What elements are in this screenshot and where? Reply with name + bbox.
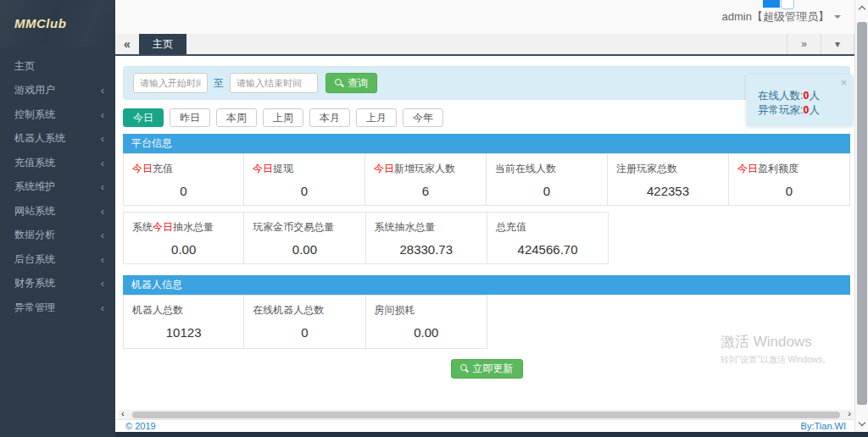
- author-text: By:Tian.WI: [801, 421, 846, 431]
- content: 至 查询 × 在线人数:0人 异常玩家:0人 今日 昨日 本周 上周 本月 上月…: [115, 66, 854, 420]
- stat-total-recharge: 总充值 424566.70: [487, 212, 609, 264]
- stat-player-coin-trades: 玩家金币交易总量 0.00: [244, 212, 365, 264]
- to-label: 至: [214, 76, 224, 91]
- user-name: admin【超级管理员】: [722, 9, 829, 25]
- sidebar: MMClub 主页 游戏用户‹ 控制系统‹ 机器人系统‹ 充值系统‹ 系统维护‹…: [0, 0, 115, 437]
- bottom-strip: [115, 432, 868, 437]
- sidebar-item-website-system[interactable]: 网站系统‹: [0, 199, 115, 224]
- chevron-left-icon: ‹: [101, 109, 104, 120]
- sidebar-item-finance-system[interactable]: 财务系统‹: [0, 272, 115, 296]
- stat-current-online: 当前在线人数 0: [487, 153, 608, 206]
- caret-down-icon: [834, 15, 841, 19]
- copyright-text: © 2019: [125, 421, 156, 431]
- chevron-left-icon: ‹: [101, 133, 104, 144]
- sidebar-item-exception-management[interactable]: 异常管理‹: [0, 296, 115, 320]
- tab-home[interactable]: 主页: [139, 34, 186, 54]
- filter-today[interactable]: 今日: [123, 108, 164, 127]
- footer: © 2019 By:Tian.WI: [115, 419, 854, 432]
- sidebar-item-home[interactable]: 主页: [0, 54, 115, 79]
- topbar: admin【超级管理员】: [115, 0, 854, 34]
- sidebar-item-backend-system[interactable]: 后台系统‹: [0, 247, 115, 272]
- sidebar-item-control-system[interactable]: 控制系统‹: [0, 102, 115, 127]
- date-filter-panel: 至 查询: [123, 66, 850, 100]
- tabs-collapse-button[interactable]: «: [115, 34, 139, 54]
- chevron-left-icon: ‹: [101, 85, 104, 96]
- filter-last-month[interactable]: 上月: [356, 108, 397, 127]
- double-right-arrow-icon: »: [801, 38, 807, 50]
- chevron-left-icon: ‹: [101, 254, 104, 265]
- chevron-left-icon: ‹: [101, 302, 104, 313]
- stat-today-profit: 今日盈利额度 0: [729, 153, 850, 206]
- start-time-input[interactable]: [133, 73, 208, 93]
- scroll-right-icon[interactable]: ›: [848, 409, 851, 418]
- horizontal-scrollbar[interactable]: ‹ ›: [119, 410, 854, 419]
- filter-last-week[interactable]: 上周: [263, 108, 303, 127]
- sidebar-item-system-maintenance[interactable]: 系统维护‹: [0, 175, 115, 200]
- platform-stats-row1: 今日充值 0 今日提现 0 今日新增玩家人数 6 当前在线人数 0: [123, 153, 850, 206]
- stat-room-consumption: 房间损耗 0.00: [366, 295, 487, 349]
- filter-yesterday[interactable]: 昨日: [170, 108, 210, 127]
- stat-today-withdraw: 今日提现 0: [244, 153, 365, 206]
- scroll-left-icon[interactable]: ‹: [121, 409, 125, 418]
- robot-panel-title: 机器人信息: [123, 275, 850, 295]
- platform-panel-title: 平台信息: [123, 134, 850, 153]
- horizontal-scrollbar-thumb[interactable]: [132, 412, 840, 418]
- stat-robot-online: 在线机器人总数 0: [244, 295, 365, 349]
- search-icon: [460, 364, 470, 373]
- main-area: admin【超级管理员】 « 主页 » ▾ 至 查询: [115, 0, 854, 432]
- logo-area: MMClub: [0, 0, 115, 47]
- end-time-input[interactable]: [230, 73, 318, 93]
- stat-today-new-players: 今日新增玩家人数 6: [365, 153, 487, 206]
- stat-registered-players: 注册玩家总数 422353: [608, 153, 729, 206]
- windows-activation-watermark: 激活 Windows 转到“设置”以激活 Windows。: [721, 332, 831, 366]
- close-icon[interactable]: ×: [840, 77, 847, 88]
- sidebar-item-data-analysis[interactable]: 数据分析‹: [0, 224, 115, 248]
- double-left-arrow-icon: «: [124, 37, 131, 51]
- filter-this-month[interactable]: 本月: [309, 108, 350, 127]
- tab-bar: « 主页 » ▾: [115, 34, 854, 56]
- chevron-left-icon: ‹: [101, 278, 104, 289]
- caret-down-icon: ▾: [835, 38, 840, 50]
- update-now-button[interactable]: 立即更新: [451, 359, 523, 379]
- stat-system-today-rake: 系统今日抽水总量 0.00: [123, 212, 244, 264]
- chevron-left-icon: ‹: [101, 181, 104, 192]
- stat-robot-total: 机器人总数 10123: [123, 295, 244, 349]
- vertical-scrollbar[interactable]: [854, 0, 868, 432]
- tabs-expand-button[interactable]: »: [787, 34, 821, 54]
- vertical-scrollbar-thumb[interactable]: [857, 22, 867, 405]
- stat-system-total-rake: 系统抽水总量 28330.73: [366, 212, 487, 264]
- filter-this-week[interactable]: 本周: [216, 108, 257, 127]
- user-menu[interactable]: admin【超级管理员】: [722, 0, 841, 34]
- chevron-left-icon: ‹: [101, 158, 104, 169]
- query-button[interactable]: 查询: [326, 73, 377, 93]
- chevron-left-icon: ‹: [101, 206, 104, 217]
- sidebar-item-recharge-system[interactable]: 充值系统‹: [0, 151, 115, 175]
- sidebar-item-robot-system[interactable]: 机器人系统‹: [0, 127, 115, 152]
- time-range-filters: 今日 昨日 本周 上周 本月 上月 今年: [123, 108, 850, 127]
- platform-stats-row2: 系统今日抽水总量 0.00 玩家金币交易总量 0.00 系统抽水总量 28330…: [123, 212, 850, 264]
- scroll-up-icon[interactable]: [858, 6, 865, 13]
- sidebar-menu: 主页 游戏用户‹ 控制系统‹ 机器人系统‹ 充值系统‹ 系统维护‹ 网站系统‹ …: [0, 47, 115, 320]
- app-window: MMClub 主页 游戏用户‹ 控制系统‹ 机器人系统‹ 充值系统‹ 系统维护‹…: [0, 0, 868, 437]
- tabs-menu-button[interactable]: ▾: [821, 34, 854, 54]
- tab-controls: » ▾: [787, 34, 854, 54]
- platform-panel: 平台信息 今日充值 0 今日提现 0 今日新增玩家人数 6: [123, 134, 850, 264]
- online-notice-popup: × 在线人数:0人 异常玩家:0人: [746, 75, 854, 126]
- scroll-down-icon[interactable]: [858, 419, 865, 426]
- search-icon: [335, 79, 344, 88]
- stat-today-recharge: 今日充值 0: [123, 153, 244, 206]
- sidebar-item-game-users[interactable]: 游戏用户‹: [0, 79, 115, 103]
- online-count-line: 在线人数:0人: [758, 89, 854, 103]
- abnormal-players-line: 异常玩家:0人: [758, 103, 854, 118]
- chevron-left-icon: ‹: [101, 230, 104, 241]
- app-logo: MMClub: [14, 16, 115, 30]
- filter-this-year[interactable]: 今年: [403, 108, 443, 127]
